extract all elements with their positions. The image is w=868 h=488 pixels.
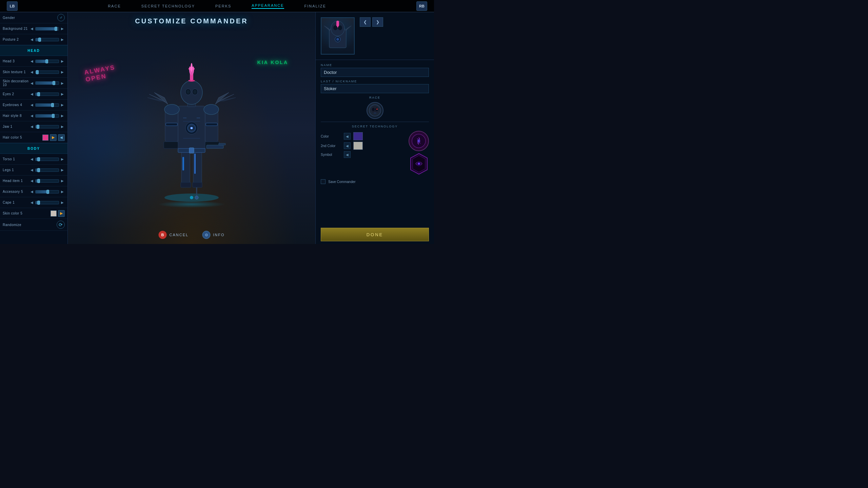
tech-symbol-icon[interactable] <box>409 131 429 151</box>
head-track[interactable] <box>35 60 59 63</box>
eyebrows-prev[interactable]: ◀ <box>29 103 34 107</box>
color-prev[interactable]: ◀ <box>344 133 351 140</box>
info-button[interactable]: ⊙ INFO <box>202 231 224 239</box>
skin-decoration-track[interactable] <box>35 81 59 85</box>
legs-row: Legs 1 ◀ ▶ <box>0 165 67 176</box>
jaw-prev[interactable]: ◀ <box>29 124 34 129</box>
tab-finalize[interactable]: FINALIZE <box>304 4 326 8</box>
skin-texture-row: Skin texture 1 ◀ ▶ <box>0 67 67 78</box>
svg-point-63 <box>336 38 339 41</box>
jaw-next[interactable]: ▶ <box>60 124 65 129</box>
posture-track[interactable] <box>35 38 59 41</box>
second-color-prev[interactable]: ◀ <box>344 142 351 149</box>
torso-track[interactable] <box>35 158 59 161</box>
eyebrows-next[interactable]: ▶ <box>60 103 65 107</box>
svg-point-9 <box>195 196 198 199</box>
legs-track[interactable] <box>35 168 59 172</box>
head-item-prev[interactable]: ◀ <box>29 179 34 183</box>
tab-perks[interactable]: PERKS <box>215 4 231 8</box>
portrait-next-button[interactable]: ❯ <box>372 17 383 27</box>
tab-appearance[interactable]: APPEARANCE <box>252 3 284 9</box>
torso-row: Torso 1 ◀ ▶ <box>0 154 67 165</box>
name-input[interactable] <box>321 68 429 77</box>
background-track[interactable] <box>35 27 59 30</box>
portrait-prev-button[interactable]: ❮ <box>360 17 371 27</box>
hair-color-next[interactable]: ▶ <box>50 134 57 141</box>
nickname-input[interactable] <box>321 84 429 93</box>
background-next[interactable]: ▶ <box>60 26 65 31</box>
skin-texture-label: Skin texture 1 <box>3 70 29 74</box>
tab-race[interactable]: RACE <box>108 4 121 8</box>
skin-color-next[interactable]: ▶ <box>58 210 65 217</box>
eyebrows-track[interactable] <box>35 103 59 107</box>
colors-section: Color ◀ 2nd Color ◀ Symbol ◀ <box>321 131 405 159</box>
cancel-button[interactable]: B CANCEL <box>159 231 189 239</box>
head-prev[interactable]: ◀ <box>29 59 34 64</box>
done-button[interactable]: DONE <box>321 228 429 241</box>
head-item-next[interactable]: ▶ <box>60 179 65 183</box>
accessory-track[interactable] <box>35 190 59 194</box>
skin-texture-track[interactable] <box>35 70 59 74</box>
cape-next[interactable]: ▶ <box>60 200 65 205</box>
legs-next[interactable]: ▶ <box>60 168 65 172</box>
cape-track[interactable] <box>35 201 59 204</box>
color-label: Color <box>321 135 341 138</box>
hair-style-track[interactable] <box>35 114 59 118</box>
svg-point-30 <box>204 104 219 115</box>
skin-color-swatch[interactable] <box>51 210 57 217</box>
accessory-prev[interactable]: ◀ <box>29 189 34 194</box>
character-platform <box>158 201 225 208</box>
rb-button[interactable]: RB <box>416 1 427 11</box>
randomize-button[interactable]: ⟳ <box>57 221 65 229</box>
accessory-next[interactable]: ▶ <box>60 189 65 194</box>
hair-style-prev[interactable]: ◀ <box>29 114 34 118</box>
race-field-label: RACE <box>369 96 380 99</box>
svg-rect-23 <box>166 123 177 126</box>
hair-style-row: Hair style 8 ◀ ▶ <box>0 110 67 121</box>
background-prev[interactable]: ◀ <box>29 26 34 31</box>
bottom-buttons: B CANCEL ⊙ INFO <box>159 231 225 239</box>
torso-prev[interactable]: ◀ <box>29 157 34 162</box>
svg-point-16 <box>191 128 192 129</box>
hair-color-prev[interactable]: ◀ <box>58 134 65 141</box>
jaw-track[interactable] <box>35 125 59 128</box>
skin-decoration-slider-control: ◀ ▶ <box>29 81 65 85</box>
lb-button[interactable]: LB <box>7 1 18 11</box>
hair-color-swatch[interactable] <box>42 135 48 141</box>
hair-color-row: Hair color 5 ▶ ◀ <box>0 132 67 143</box>
skin-decoration-next[interactable]: ▶ <box>60 81 65 85</box>
posture-prev[interactable]: ◀ <box>29 37 34 42</box>
center-view: ALWAYSOPEN KIA KOLA CUSTOMIZE COMMANDER <box>68 12 315 244</box>
symbol-prev[interactable]: ◀ <box>344 151 351 158</box>
jaw-row: Jaw 1 ◀ ▶ <box>0 121 67 132</box>
portrait-frame <box>321 17 355 55</box>
head-next[interactable]: ▶ <box>60 59 65 64</box>
cape-prev[interactable]: ◀ <box>29 200 34 205</box>
symbol-row: Symbol ◀ <box>321 151 405 158</box>
eyes-track[interactable] <box>35 93 59 96</box>
torso-slider-control: ◀ ▶ <box>29 157 65 162</box>
skin-texture-prev[interactable]: ◀ <box>29 70 34 75</box>
head-item-track[interactable] <box>35 179 59 183</box>
left-panel: Gender ♂ Background 21 ◀ ▶ Posture 2 ◀ ▶… <box>0 12 68 244</box>
second-color-swatch[interactable] <box>353 142 363 150</box>
svg-point-66 <box>372 108 375 111</box>
portrait-right: ❮ ❯ <box>360 17 429 27</box>
gender-row: Gender ♂ <box>0 12 67 23</box>
gender-icon-button[interactable]: ♂ <box>57 14 65 21</box>
tab-secret-technology[interactable]: SECRET TECHNOLOGY <box>141 4 195 8</box>
skin-decoration-prev[interactable]: ◀ <box>29 81 34 85</box>
legs-prev[interactable]: ◀ <box>29 168 34 172</box>
torso-next[interactable]: ▶ <box>60 157 65 162</box>
jaw-label: Jaw 1 <box>3 125 29 128</box>
save-commander-checkbox[interactable] <box>321 179 326 184</box>
race-icon[interactable] <box>367 102 383 119</box>
hair-style-next[interactable]: ▶ <box>60 114 65 118</box>
eyes-next[interactable]: ▶ <box>60 92 65 97</box>
posture-next[interactable]: ▶ <box>60 37 65 42</box>
head-row: Head 3 ◀ ▶ <box>0 56 67 67</box>
skin-texture-next[interactable]: ▶ <box>60 70 65 75</box>
color-swatch-main[interactable] <box>353 132 363 140</box>
eyes-prev[interactable]: ◀ <box>29 92 34 97</box>
svg-marker-60 <box>324 26 330 31</box>
